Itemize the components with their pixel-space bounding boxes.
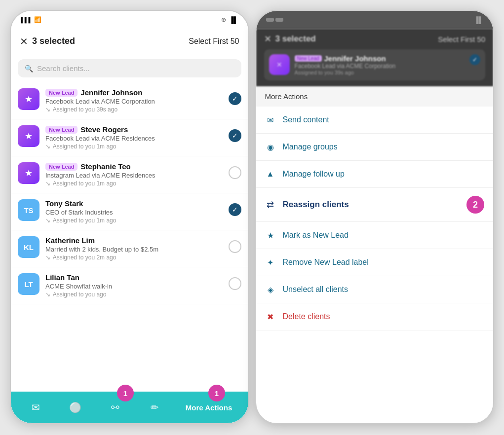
select-first-button[interactable]: Select First 50 — [189, 37, 239, 46]
action-item-mark-new-lead[interactable]: ★ Mark as New Lead — [256, 222, 494, 249]
client-name-row: Tony Stark — [45, 199, 223, 208]
blurred-check-circle: ✓ — [469, 54, 480, 65]
blurred-new-lead-badge: New Lead — [295, 55, 322, 62]
top-bar: ✕ 3 selected Select First 50 — [11, 29, 248, 54]
close-button[interactable]: ✕ — [20, 36, 28, 46]
client-info: New Lead Steve Rogers Facebook Lead via … — [45, 125, 223, 150]
client-item[interactable]: LT Lilian Tan ACME Showflat walk-in ↘ As… — [11, 267, 248, 304]
client-assigned: ↘ Assigned to you ago — [45, 291, 223, 298]
blurred-client-assigned: Assigned to you 39s ago — [295, 70, 465, 75]
delete-clients-icon: ✖ — [265, 311, 276, 322]
blurred-selected-count: 3 selected — [275, 34, 316, 44]
more-actions-button[interactable]: More Actions — [186, 403, 232, 412]
action-label: Remove New Lead label — [283, 258, 369, 267]
avatar-initials: TS — [24, 206, 33, 215]
client-info: New Lead Stephanie Teo Instagram Lead vi… — [45, 162, 223, 187]
assigned-arrow-icon: ↘ — [45, 217, 50, 224]
charge-icon: ⊕ — [221, 16, 226, 23]
search-input[interactable]: Search clients... — [37, 64, 90, 72]
blurred-badge-row: New Lead Jennifer Johnson — [295, 54, 465, 63]
avatar: ★ — [18, 162, 39, 184]
clients-list: ★ New Lead Jennifer Johnson Facebook Lea… — [11, 82, 248, 423]
client-info: New Lead Jennifer Johnson Facebook Lead … — [45, 88, 223, 113]
check-circle[interactable]: ✓ — [229, 92, 241, 105]
reassign-badge: 2 — [466, 196, 484, 214]
client-name: Katherine Lim — [45, 236, 95, 245]
star-icon: ★ — [25, 94, 33, 105]
client-name: Steve Rogers — [80, 125, 128, 134]
badge-2: 1 — [208, 385, 225, 401]
action-item-remove-new-lead-label[interactable]: ✦ Remove New Lead label — [256, 249, 494, 276]
avatar-initials: LT — [24, 280, 33, 289]
star-icon: ★ — [25, 131, 33, 142]
client-name-row: New Lead Jennifer Johnson — [45, 88, 223, 97]
search-icon: 🔍 — [25, 65, 33, 72]
client-name: Tony Stark — [45, 199, 83, 208]
client-assigned: ↘ Assigned to you 1m ago — [45, 180, 223, 187]
client-name-row: New Lead Stephanie Teo — [45, 162, 223, 171]
client-desc: Facebook Lead via ACME Corporation — [45, 98, 223, 105]
action-item-reassign-clients[interactable]: ⇄ Reassign clients 2 — [256, 188, 494, 222]
check-circle[interactable]: ✓ — [229, 203, 241, 216]
client-info: Katherine Lim Married with 2 kids. Budge… — [45, 236, 223, 261]
action-item-send-content[interactable]: ✉ Send content — [256, 107, 494, 134]
avatar: LT — [18, 273, 39, 295]
client-name-row: Katherine Lim — [45, 236, 223, 245]
top-bar-left: ✕ 3 selected — [20, 36, 75, 46]
mark-new-lead-icon: ★ — [265, 230, 276, 241]
client-desc: Instagram Lead via ACME Residences — [45, 172, 223, 179]
check-circle[interactable]: ✓ — [229, 129, 241, 142]
action-item-manage-groups[interactable]: ◉ Manage groups — [256, 134, 494, 161]
client-item[interactable]: KL Katherine Lim Married with 2 kids. Bu… — [11, 230, 248, 267]
client-item[interactable]: TS Tony Stark CEO of Stark Industries ↘ … — [11, 193, 248, 230]
blurred-left: ✕ 3 selected — [264, 34, 316, 44]
search-input-wrap[interactable]: 🔍 Search clients... — [18, 59, 241, 77]
new-lead-badge: New Lead — [45, 89, 78, 97]
avatar: ★ — [18, 88, 39, 110]
nav-icon-1[interactable]: ✉ — [27, 399, 44, 416]
avatar-initials: KL — [24, 243, 34, 252]
empty-circle[interactable] — [229, 166, 241, 179]
right-panel: ▐▌ ✕ 3 selected Select First 50 ✕ New Le… — [255, 10, 495, 424]
blurred-avatar: ✕ — [269, 54, 290, 75]
right-status-bar: ▐▌ — [256, 11, 494, 29]
reassign-clients-icon: ⇄ — [265, 199, 276, 210]
avatar: TS — [18, 199, 39, 221]
client-item[interactable]: ★ New Lead Jennifer Johnson Facebook Lea… — [11, 82, 248, 119]
action-label: Unselect all clients — [283, 285, 349, 294]
action-label: Mark as New Lead — [283, 231, 349, 240]
selected-count: 3 selected — [32, 36, 75, 46]
blurred-x-overlay-icon: ✕ — [276, 61, 282, 69]
actions-list: ✉ Send content ◉ Manage groups ▲ Manage … — [256, 107, 494, 423]
client-assigned: ↘ Assigned to you 39s ago — [45, 106, 223, 113]
nav-icon-edit[interactable]: ✏ — [146, 399, 163, 416]
client-assigned: ↘ Assigned to you 2m ago — [45, 254, 223, 261]
client-item[interactable]: ★ New Lead Stephanie Teo Instagram Lead … — [11, 156, 248, 193]
client-name: Lilian Tan — [45, 273, 79, 282]
empty-circle[interactable] — [229, 277, 241, 290]
client-item[interactable]: ★ New Lead Steve Rogers Facebook Lead vi… — [11, 119, 248, 156]
star-icon: ★ — [25, 168, 33, 179]
nav-icon-3[interactable]: ⚯ — [106, 399, 124, 416]
client-assigned: ↘ Assigned to you 1m ago — [45, 143, 223, 150]
app-container: ▌▌▌ 📶 ⊕ ▐▌ ✕ 3 selected Select First 50 … — [0, 0, 504, 435]
badge-1: 1 — [117, 385, 134, 401]
action-item-delete-clients[interactable]: ✖ Delete clients — [256, 303, 494, 330]
client-desc: CEO of Stark Industries — [45, 209, 223, 216]
client-info: Tony Stark CEO of Stark Industries ↘ Ass… — [45, 199, 223, 224]
right-status-left — [266, 18, 283, 22]
action-item-unselect-all[interactable]: ◈ Unselect all clients — [256, 276, 494, 303]
signal-icon: ▌▌▌ — [21, 17, 32, 23]
action-label: Manage groups — [283, 143, 338, 151]
nav-icon-2[interactable]: ⚪ — [67, 399, 84, 416]
unselect-all-icon: ◈ — [265, 284, 276, 295]
blurred-close-icon: ✕ — [264, 34, 271, 44]
assigned-arrow-icon: ↘ — [45, 143, 50, 150]
blurred-client-desc: Facebook Lead via ACME Corporation — [295, 63, 465, 70]
client-name-row: New Lead Steve Rogers — [45, 125, 223, 134]
right-battery-icon: ▐▌ — [474, 16, 483, 24]
action-item-manage-followup[interactable]: ▲ Manage follow up — [256, 161, 494, 188]
assigned-arrow-icon: ↘ — [45, 106, 50, 113]
remove-new-lead-label-icon: ✦ — [265, 257, 276, 268]
empty-circle[interactable] — [229, 240, 241, 253]
